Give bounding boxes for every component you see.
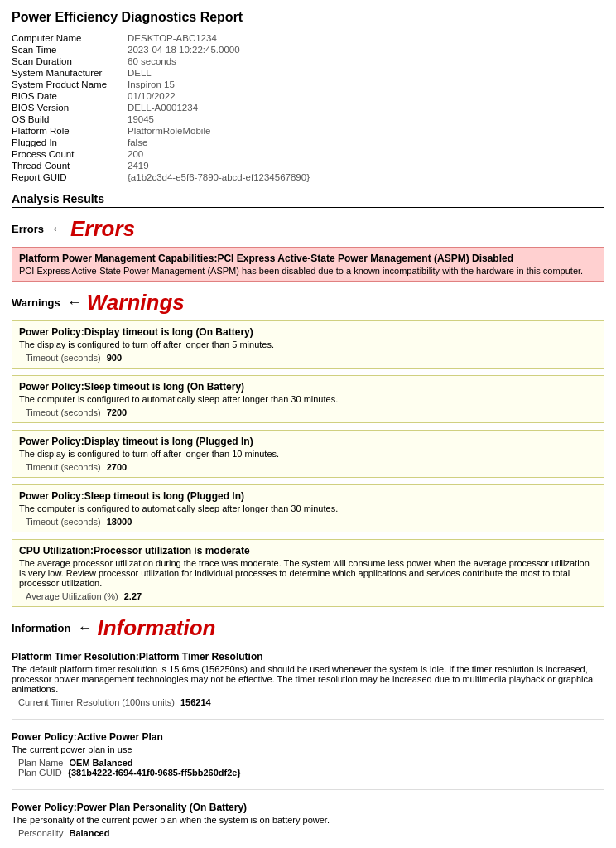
bios-date-value: 01/10/2022 xyxy=(128,91,176,101)
info-block-1-plan-name-value: OEM Balanced xyxy=(69,758,132,768)
warning-block-2-metric-value: 2700 xyxy=(107,462,127,472)
warning-block-3-metric-label: Timeout (seconds) xyxy=(26,517,101,527)
warning-block-3-metric-value: 18000 xyxy=(107,517,132,527)
warning-block-2-metric-label: Timeout (seconds) xyxy=(26,462,101,472)
os-build-label: OS Build xyxy=(12,114,128,124)
info-block-0-metric-value: 156214 xyxy=(180,697,211,707)
os-build-value: 19045 xyxy=(128,114,154,124)
warning-block-4-metric: Average Utilization (%) 2.27 xyxy=(26,591,597,601)
report-title: Power Efficiency Diagnostics Report xyxy=(12,10,604,25)
info-block-2: Power Policy:Power Plan Personality (On … xyxy=(12,797,604,843)
warning-block-0-metric-value: 900 xyxy=(107,353,122,363)
warning-block-4-metric-value: 2.27 xyxy=(124,591,142,601)
information-arrow-icon: ← xyxy=(78,619,93,637)
warnings-label: Warnings xyxy=(12,296,60,309)
info-block-2-title: Power Policy:Power Plan Personality (On … xyxy=(12,802,604,813)
warning-block-2-metric: Timeout (seconds) 2700 xyxy=(26,462,597,472)
warning-block-3-desc: The computer is configured to automatica… xyxy=(19,504,597,513)
bios-version-label: BIOS Version xyxy=(12,103,128,113)
info-block-1-metric-0: Plan Name OEM Balanced xyxy=(18,758,604,768)
thread-count-label: Thread Count xyxy=(12,161,128,171)
info-block-1: Power Policy:Active Power Plan The curre… xyxy=(12,726,604,783)
process-count-value: 200 xyxy=(128,149,143,159)
warning-block-1-desc: The computer is configured to automatica… xyxy=(19,394,597,404)
computer-name-label: Computer Name xyxy=(12,33,128,43)
warning-block-4: CPU Utilization:Processor utilization is… xyxy=(12,539,604,607)
process-count-label: Process Count xyxy=(12,149,128,159)
scan-time-value: 2023-04-18 10:22:45.0000 xyxy=(128,45,240,55)
errors-label: Errors xyxy=(12,223,44,235)
errors-arrow-icon: ← xyxy=(51,220,65,238)
warning-block-0-desc: The display is configured to turn off af… xyxy=(19,340,597,349)
system-manufacturer-value: DELL xyxy=(128,68,152,78)
information-big-label: Information xyxy=(98,615,216,641)
plugged-in-label: Plugged In xyxy=(12,137,128,147)
system-product-name-row: System Product Name Inspiron 15 xyxy=(12,80,604,89)
info-block-1-title: Power Policy:Active Power Plan xyxy=(12,731,604,743)
errors-section-header: Errors ← Errors xyxy=(12,216,604,242)
platform-role-label: Platform Role xyxy=(12,126,128,136)
errors-big-label: Errors xyxy=(70,216,135,242)
warnings-big-label: Warnings xyxy=(87,290,185,316)
info-block-0-metric-label: Current Timer Resolution (100ns units) xyxy=(18,697,175,707)
warning-block-1: Power Policy:Sleep timeout is long (On B… xyxy=(12,375,604,423)
bios-date-label: BIOS Date xyxy=(12,91,128,101)
warning-block-2: Power Policy:Display timeout is long (Pl… xyxy=(12,430,604,478)
system-product-name-label: System Product Name xyxy=(12,80,128,89)
warning-block-4-desc: The average processor utilization during… xyxy=(19,558,597,588)
bios-version-value: DELL-A0001234 xyxy=(128,103,198,113)
bios-version-row: BIOS Version DELL-A0001234 xyxy=(12,103,604,113)
plugged-in-row: Plugged In false xyxy=(12,137,604,147)
info-block-0-metric: Current Timer Resolution (100ns units) 1… xyxy=(18,697,604,707)
scan-time-label: Scan Time xyxy=(12,45,128,55)
platform-role-value: PlatformRoleMobile xyxy=(128,126,210,136)
info-block-1-desc: The current power plan in use xyxy=(12,744,604,754)
error-block-0-desc: PCI Express Active-State Power Managemen… xyxy=(19,266,597,276)
warning-block-1-metric: Timeout (seconds) 7200 xyxy=(26,407,597,417)
bios-date-row: BIOS Date 01/10/2022 xyxy=(12,91,604,101)
computer-name-value: DESKTOP-ABC1234 xyxy=(128,33,217,43)
warning-block-0-title: Power Policy:Display timeout is long (On… xyxy=(19,326,597,338)
info-block-2-metric-label: Personality xyxy=(18,828,63,838)
info-block-0-title: Platform Timer Resolution:Platform Timer… xyxy=(12,651,604,662)
analysis-results-title: Analysis Results xyxy=(12,192,604,208)
os-build-row: OS Build 19045 xyxy=(12,114,604,124)
info-block-1-plan-guid-value: {381b4222-f694-41f0-9685-ff5bb260df2e} xyxy=(68,768,241,778)
system-product-name-value: Inspiron 15 xyxy=(128,80,175,89)
error-block-0-title: Platform Power Management Capabilities:P… xyxy=(19,253,597,264)
scan-time-row: Scan Time 2023-04-18 10:22:45.0000 xyxy=(12,45,604,55)
scan-duration-label: Scan Duration xyxy=(12,56,128,66)
warning-block-1-metric-value: 7200 xyxy=(107,407,127,417)
warnings-section-header: Warnings ← Warnings xyxy=(12,290,604,316)
computer-name-row: Computer Name DESKTOP-ABC1234 xyxy=(12,33,604,43)
divider-2 xyxy=(12,789,604,790)
info-block-1-plan-guid-label: Plan GUID xyxy=(18,768,62,778)
warning-block-0-metric-label: Timeout (seconds) xyxy=(26,353,101,363)
process-count-row: Process Count 200 xyxy=(12,149,604,159)
info-block-1-plan-name-label: Plan Name xyxy=(18,758,63,768)
error-block-0: Platform Power Management Capabilities:P… xyxy=(12,247,604,282)
information-section-header: Information ← Information xyxy=(12,615,604,641)
report-guid-label: Report GUID xyxy=(12,172,128,182)
scan-duration-row: Scan Duration 60 seconds xyxy=(12,56,604,66)
thread-count-row: Thread Count 2419 xyxy=(12,161,604,171)
info-block-1-metric-1: Plan GUID {381b4222-f694-41f0-9685-ff5bb… xyxy=(18,768,604,778)
info-block-2-desc: The personality of the current power pla… xyxy=(12,815,604,825)
info-block-0: Platform Timer Resolution:Platform Timer… xyxy=(12,646,604,712)
divider-1 xyxy=(12,719,604,720)
warning-block-4-title: CPU Utilization:Processor utilization is… xyxy=(19,545,597,556)
plugged-in-value: false xyxy=(128,137,147,147)
info-block-2-metric: Personality Balanced xyxy=(18,828,604,838)
info-block-2-metric-value: Balanced xyxy=(69,828,109,838)
system-manufacturer-row: System Manufacturer DELL xyxy=(12,68,604,78)
info-block-0-desc: The default platform timer resolution is… xyxy=(12,664,604,694)
information-label: Information xyxy=(12,622,71,634)
warning-block-3-title: Power Policy:Sleep timeout is long (Plug… xyxy=(19,490,597,502)
warning-block-4-metric-label: Average Utilization (%) xyxy=(26,591,118,601)
platform-role-row: Platform Role PlatformRoleMobile xyxy=(12,126,604,136)
scan-duration-value: 60 seconds xyxy=(128,56,176,66)
warning-block-2-desc: The display is configured to turn off af… xyxy=(19,449,597,459)
warnings-arrow-icon: ← xyxy=(67,294,82,311)
system-info-table: Computer Name DESKTOP-ABC1234 Scan Time … xyxy=(12,33,604,182)
warning-block-3: Power Policy:Sleep timeout is long (Plug… xyxy=(12,484,604,532)
